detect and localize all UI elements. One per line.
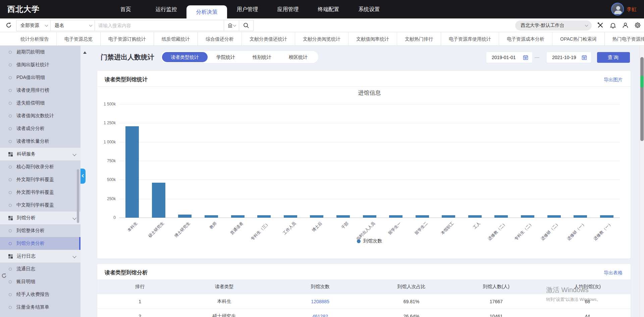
topbar-nav-item[interactable]: 终端配置: [308, 0, 349, 18]
chart-gridline: [119, 218, 620, 218]
report-tab[interactable]: 文献分类阅览统计: [295, 32, 348, 46]
float-refresh-icon[interactable]: [1, 273, 7, 279]
workspace-select[interactable]: 西北大学-默认工作台: [515, 20, 592, 31]
library-scope-button[interactable]: [224, 20, 239, 31]
chevron-left-icon: [82, 174, 85, 178]
main-scrollbar[interactable]: [639, 46, 644, 317]
report-tab[interactable]: 综合借还分析: [198, 32, 242, 46]
refresh-icon[interactable]: [5, 22, 12, 29]
chart-bar: [310, 215, 323, 218]
circle-bullet-icon: [9, 89, 12, 92]
bell-icon[interactable]: [609, 21, 617, 29]
scroll-up-arrow[interactable]: [83, 51, 87, 54]
sidebar-item[interactable]: 核心期刊收录分析: [0, 161, 80, 173]
chevron-down-icon: [233, 24, 236, 27]
chart-gridline: [119, 199, 620, 199]
sidebar-item-label: 读者借阅次数统计: [16, 113, 54, 119]
sidebar-item[interactable]: 读者增长量分析: [0, 135, 80, 148]
report-tab[interactable]: 电子资源总览: [57, 32, 101, 46]
sidebar-item-label: 账目明细: [16, 279, 35, 285]
table-cell: 本科生: [182, 294, 266, 309]
sidebar-item[interactable]: 流通日志: [0, 263, 80, 275]
user-avatar[interactable]: [611, 3, 624, 15]
sidebar-item[interactable]: 读者成分分析: [0, 122, 80, 135]
scope-select-value: 全部资源: [20, 22, 39, 29]
table-cell: 68: [544, 294, 631, 309]
x-axis-tick-label: 本馆职工: [440, 221, 455, 236]
report-tab[interactable]: 纸质馆藏统计: [154, 32, 198, 46]
sidebar-item[interactable]: 读者使用排行榜: [0, 84, 80, 97]
sidebar-group-item[interactable]: 到馆分析: [0, 212, 80, 224]
date-from-input[interactable]: 2019-01-01: [486, 52, 532, 63]
search-input[interactable]: [95, 23, 224, 28]
main-scrollbar-thumb[interactable]: [640, 57, 644, 141]
sidebar-item[interactable]: 账目明细: [0, 275, 80, 288]
chart-bar: [336, 215, 350, 218]
topbar-nav-item[interactable]: 应用管理: [268, 0, 308, 18]
tools-icon[interactable]: [596, 21, 604, 29]
stat-type-pill[interactable]: 校区统计: [280, 52, 316, 62]
topbar-nav-item[interactable]: 用户管理: [227, 0, 268, 18]
export-table-link[interactable]: 导出表格: [604, 270, 623, 276]
sidebar-item[interactable]: 借阅出版社统计: [0, 58, 80, 71]
report-tab[interactable]: OPAC热门检索词: [552, 32, 605, 46]
sidebar-item[interactable]: 遗失赔偿明细: [0, 97, 80, 109]
chart-title: 进馆信息: [119, 89, 620, 97]
user-name[interactable]: 李虹: [627, 0, 637, 18]
sidebar-item[interactable]: 到馆分类分析: [0, 237, 80, 250]
sidebar-collapse-button[interactable]: [80, 169, 86, 184]
report-tab[interactable]: 统计分析报告: [13, 32, 57, 46]
table-row: 1本科生120888569.81%1766768: [97, 294, 631, 309]
chart-bar: [178, 215, 192, 218]
stat-type-pill[interactable]: 读者类型统计: [162, 52, 208, 62]
report-tab[interactable]: 热门电子资源排行: [605, 32, 644, 46]
y-axis-tick-label: 1 500k: [97, 102, 116, 106]
scope-select[interactable]: 全部资源: [16, 20, 51, 31]
search-button[interactable]: [239, 20, 253, 31]
topbar-nav-item[interactable]: 系统设置: [349, 0, 389, 18]
export-image-link[interactable]: 导出图片: [604, 77, 623, 83]
calendar-icon: [582, 55, 587, 60]
report-tab[interactable]: 电子资源库使用统计: [441, 32, 499, 46]
sidebar-item[interactable]: 外文图书学科覆盖: [0, 186, 80, 199]
sidebar-item[interactable]: 超期罚款明细: [0, 46, 80, 58]
report-tab[interactable]: 文献热门排行: [397, 32, 441, 46]
y-axis-tick-label: 0: [97, 215, 116, 220]
x-axis-tick-label: 教师: [208, 221, 218, 230]
sidebar-item[interactable]: PDA借出明细: [0, 71, 80, 84]
query-button[interactable]: 查询: [597, 52, 630, 63]
visit-count-link[interactable]: 1208885: [266, 294, 374, 309]
sidebar-item[interactable]: 读者借阅次数统计: [0, 109, 80, 122]
sidebar-item[interactable]: 经手人收费报告: [0, 288, 80, 301]
report-tab[interactable]: 电子资源成本分析: [499, 32, 552, 46]
sidebar-group-item[interactable]: 运行日志: [0, 250, 80, 263]
sidebar-item-label: 读者使用排行榜: [16, 87, 49, 93]
grid-icon: [8, 216, 13, 220]
report-tab[interactable]: 文献分类借还统计: [242, 32, 295, 46]
report-tab[interactable]: 文献借阅率统计: [348, 32, 397, 46]
chevron-down-icon: [585, 24, 588, 27]
field-select[interactable]: 题名: [51, 20, 95, 31]
stat-type-pills: 读者类型统计学院统计性别统计校区统计: [161, 51, 318, 63]
sidebar-item[interactable]: 外文期刊学科覆盖: [0, 173, 80, 186]
sidebar-item-label: 读者增长量分析: [16, 138, 49, 144]
table-cell: 17667: [448, 294, 544, 309]
sidebar-scrollbar-thumb[interactable]: [77, 169, 79, 223]
stat-type-pill[interactable]: 学院统计: [208, 52, 244, 62]
topbar-nav-item[interactable]: 首页: [105, 0, 146, 18]
report-tab[interactable]: 电子资源订购统计: [101, 32, 154, 46]
stat-type-pill[interactable]: 性别统计: [244, 52, 280, 62]
date-to-input[interactable]: 2021-10-19: [547, 52, 591, 63]
sidebar-item[interactable]: 到馆整体分析: [0, 224, 80, 237]
table-header-cell: 到馆次数: [266, 279, 374, 294]
sidebar-item[interactable]: 注册业务结算单: [0, 301, 80, 314]
topbar-nav-item[interactable]: 运行监控: [146, 0, 186, 18]
sidebar-item-label: 读者成分分析: [16, 126, 45, 132]
visit-count-link[interactable]: 461282: [266, 309, 374, 317]
table-header-cell: 读者类型: [182, 279, 266, 294]
sidebar-item[interactable]: 中文期刊学科覆盖: [0, 199, 80, 212]
topbar-nav-item[interactable]: 分析决策: [186, 5, 227, 18]
gear-icon[interactable]: [634, 21, 642, 29]
user-icon[interactable]: [621, 21, 629, 29]
sidebar-group-item[interactable]: 科研服务: [0, 148, 80, 161]
